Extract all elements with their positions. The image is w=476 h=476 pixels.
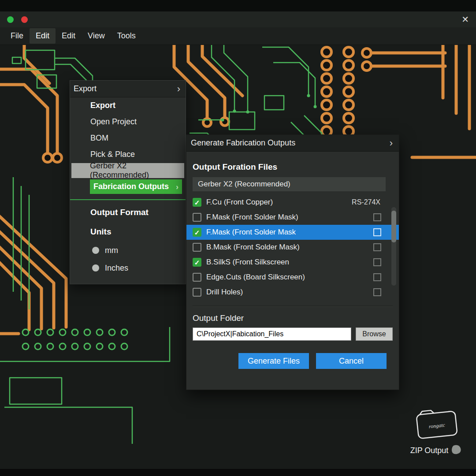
layer-label: B.Mask (Front Solder Mask) [206, 243, 368, 252]
layer-label: F.Cu (Front Copper) [206, 198, 347, 207]
dialog-title: Generate Fabrication Outputs [191, 138, 295, 148]
export-context-menu: Export › Export Open Project BOM Pick & … [70, 80, 186, 284]
checkbox-icon[interactable]: ✓ [193, 288, 201, 297]
menu-item-bom[interactable]: BOM [70, 130, 186, 146]
layer-row-drill[interactable]: ✓ Drill Holes) [186, 285, 399, 300]
checkbox-icon[interactable] [373, 273, 381, 281]
layer-row-bsilks[interactable]: ✓ B.SilkS (Front Silkscreen [186, 255, 399, 270]
checkbox-icon[interactable] [373, 288, 381, 296]
layer-label: F.Mask (Front Solder Mask) [206, 213, 368, 222]
output-folder-row: Browse [193, 327, 393, 341]
menu-view[interactable]: View [82, 28, 111, 44]
layer-label: Edge.Cuts (Board Silkscreen) [206, 273, 368, 282]
format-select[interactable]: Gerber X2 (Recommended) [193, 177, 386, 191]
menu-divider [70, 199, 186, 200]
radio-mm-label: mm [105, 246, 118, 255]
radio-mm[interactable]: mm [70, 242, 186, 259]
layer-row-fmask-selected[interactable]: ✓ F.Mask (Front Solder Mask [186, 225, 399, 240]
checkbox-icon[interactable] [373, 243, 381, 251]
app-window: ✕ File Edit Edit View Tools Export › Exp… [0, 0, 476, 476]
menu-item-gerber-x2[interactable]: Gerber X2 (Recommended) [71, 163, 184, 178]
layer-list: ✓ F.Cu (Front Copper) RS-274X ✓ F.Mask (… [186, 195, 399, 300]
checkbox-icon[interactable] [373, 213, 381, 221]
generate-fabrication-outputs-dialog: Generate Fabrication Outputs › Output Fo… [186, 134, 399, 390]
cancel-button[interactable]: Cancel [316, 353, 387, 369]
traffic-light-green[interactable] [7, 16, 14, 23]
scrollbar-track[interactable] [391, 207, 396, 286]
dialog-header: Generate Fabrication Outputs › [186, 135, 399, 152]
chevron-right-icon: › [390, 138, 393, 148]
radio-inches[interactable]: Inches [70, 259, 186, 277]
radio-icon [92, 264, 99, 271]
chevron-right-icon: › [176, 183, 178, 191]
scrollbar-thumb[interactable] [391, 211, 396, 242]
layer-label: Drill Holes) [206, 288, 368, 297]
checkbox-icon[interactable]: ✓ [193, 243, 201, 252]
checkbox-icon[interactable]: ✓ [193, 273, 201, 282]
checkbox-icon[interactable] [373, 228, 381, 236]
context-menu-header-label: Export [74, 84, 97, 93]
browse-button[interactable]: Browse [356, 327, 393, 341]
checkbox-icon[interactable]: ✓ [193, 228, 201, 237]
dialog-section-title: Output Foration Files [193, 162, 392, 172]
layer-row-fmask[interactable]: ✓ F.Mask (Front Solder Mask) [186, 210, 399, 225]
layer-label: F.Mask (Front Solder Mask [206, 228, 368, 237]
menu-item-fabrication-outputs[interactable]: Fabrication Outputs › [90, 179, 182, 194]
generate-files-button[interactable]: Generate Files [238, 353, 309, 369]
zip-folder-icon[interactable]: rongatc [408, 408, 465, 441]
close-icon[interactable]: ✕ [461, 15, 469, 24]
zip-output-label: ZIP Output [410, 446, 449, 455]
section-units: Units [70, 222, 186, 242]
menu-edit[interactable]: Edit [30, 28, 56, 44]
layer-row-edgecuts[interactable]: ✓ Edge.Cuts (Board Silkscreen) [186, 270, 399, 285]
traffic-light-red[interactable] [21, 16, 28, 23]
dialog-buttons: Generate Files Cancel [186, 353, 387, 369]
menu-file[interactable]: File [4, 28, 30, 44]
menubar: File Edit Edit View Tools [0, 27, 476, 45]
chevron-right-icon: › [177, 84, 180, 94]
menu-item-pick-and-place[interactable]: Pick & Place [70, 146, 186, 163]
output-folder-input[interactable] [193, 327, 351, 341]
radio-icon [92, 247, 99, 254]
menu-item-export[interactable]: Export [70, 97, 186, 114]
layer-label: B.SilkS (Front Silkscreen [206, 258, 368, 267]
menu-tools[interactable]: Tools [111, 28, 142, 44]
dialog-divider [193, 306, 393, 306]
menu-edit-2[interactable]: Edit [56, 28, 82, 44]
zip-icon-text: rongatc [428, 422, 446, 430]
context-menu-header[interactable]: Export › [70, 81, 186, 97]
section-output-format: Output Format [70, 203, 186, 222]
checkbox-icon[interactable]: ✓ [193, 198, 201, 207]
titlebar: ✕ [0, 11, 476, 27]
layer-row-bmask[interactable]: ✓ B.Mask (Front Solder Mask) [186, 240, 399, 255]
cursor-blob [451, 444, 462, 455]
top-edge [0, 0, 476, 11]
zip-output-item[interactable]: rongatc ZIP Output [403, 408, 469, 455]
output-folder-label: Output Folder [193, 313, 393, 323]
layer-row-fcu[interactable]: ✓ F.Cu (Front Copper) RS-274X [186, 195, 399, 210]
checkbox-icon[interactable]: ✓ [193, 213, 201, 222]
checkbox-icon[interactable]: ✓ [193, 258, 201, 267]
radio-inches-label: Inches [105, 264, 128, 273]
bottom-edge [0, 469, 476, 476]
format-tag: RS-274X [352, 198, 380, 206]
checkbox-icon[interactable] [373, 258, 381, 266]
menu-item-open-project[interactable]: Open Project [70, 114, 186, 130]
fabrication-outputs-label: Fabrication Outputs [93, 182, 169, 191]
